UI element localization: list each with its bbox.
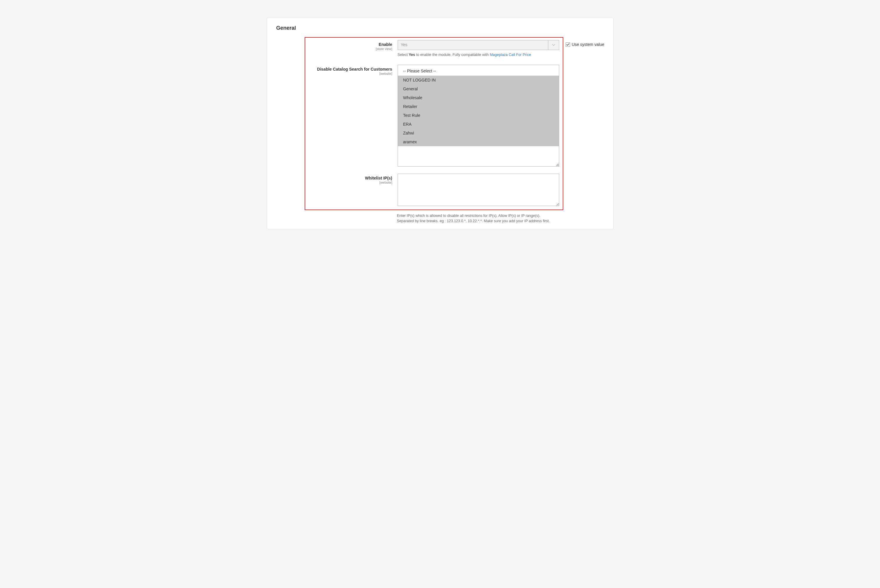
- ms-option-test-rule[interactable]: Test Rule: [398, 111, 559, 120]
- disable-search-label-col: Disable Catalog Search for Customers [we…: [307, 65, 397, 75]
- ms-option-not-logged-in[interactable]: NOT LOGGED IN: [398, 76, 559, 84]
- whitelist-label-col: Whitelist IP(s) [website]: [307, 174, 397, 184]
- ms-option-placeholder[interactable]: -- Please Select --: [398, 65, 559, 76]
- enable-note-pre: Select: [397, 52, 409, 57]
- ms-option-retailer[interactable]: Retailer: [398, 102, 559, 111]
- resize-grip-icon: [555, 163, 558, 166]
- enable-note-bold: Yes: [409, 52, 415, 57]
- enable-use-system: Use system value: [566, 42, 604, 47]
- ms-option-aramex[interactable]: aramex: [398, 137, 559, 146]
- ms-option-general[interactable]: General: [398, 84, 559, 93]
- whitelist-scope: [website]: [307, 181, 392, 184]
- highlight-box: Enable [store view] Yes Select Yes to en…: [304, 37, 563, 210]
- general-panel: General Enable [store view] Yes Select Y…: [267, 18, 614, 229]
- use-system-checkbox[interactable]: [566, 42, 570, 47]
- whitelist-field-row: Whitelist IP(s) [website]: [307, 174, 559, 207]
- enable-field-row: Enable [store view] Yes Select Yes to en…: [307, 40, 559, 58]
- ms-option-era[interactable]: ERA: [398, 120, 559, 129]
- whitelist-textarea[interactable]: [397, 174, 559, 206]
- enable-note-link[interactable]: Mageplaza Call For Price: [490, 52, 531, 57]
- enable-value-col: Yes Select Yes to enable the module, Ful…: [397, 40, 559, 58]
- enable-select-value: Yes: [397, 40, 548, 50]
- use-system-label: Use system value: [572, 42, 604, 47]
- whitelist-value-col: [397, 174, 559, 207]
- enable-note-mid: to enable the module, Fully compatiable …: [415, 52, 490, 57]
- customer-group-multiselect[interactable]: -- Please Select -- NOT LOGGED IN Genera…: [397, 65, 559, 166]
- disable-search-scope: [website]: [307, 72, 392, 75]
- disable-search-field-row: Disable Catalog Search for Customers [we…: [307, 65, 559, 166]
- ms-option-wholesale[interactable]: Wholesale: [398, 93, 559, 102]
- whitelist-label: Whitelist IP(s): [307, 176, 392, 181]
- disable-search-label: Disable Catalog Search for Customers: [307, 66, 392, 72]
- ms-option-zahwi[interactable]: Zahwi: [398, 129, 559, 137]
- disable-search-value-col: -- Please Select -- NOT LOGGED IN Genera…: [397, 65, 559, 166]
- enable-note: Select Yes to enable the module, Fully c…: [397, 52, 559, 58]
- panel-title: General: [273, 24, 607, 31]
- enable-select[interactable]: Yes: [397, 40, 559, 50]
- whitelist-note: Enter IP(s) which is allowed to disable …: [397, 213, 554, 224]
- chevron-down-icon: [548, 40, 559, 50]
- enable-label: Enable: [307, 42, 392, 47]
- enable-scope: [store view]: [307, 47, 392, 51]
- enable-label-col: Enable [store view]: [307, 40, 397, 51]
